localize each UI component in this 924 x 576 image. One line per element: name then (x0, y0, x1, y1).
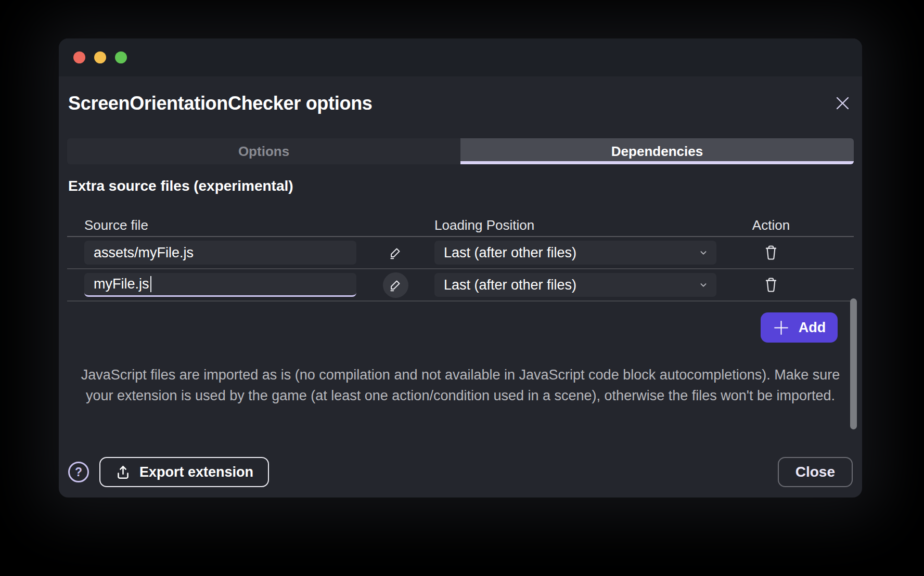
table-header-row: Source file Loading Position Action (67, 214, 854, 237)
loading-position-select[interactable]: Last (after other files) (434, 241, 716, 265)
dialog-body: ScreenOrientationChecker options Options… (59, 76, 862, 498)
edit-icon-wrap (388, 245, 403, 260)
source-files-table: Source file Loading Position Action (67, 214, 854, 302)
edit-icon-wrap (383, 272, 408, 298)
close-dialog-button[interactable] (831, 92, 854, 114)
dialog-window: ScreenOrientationChecker options Options… (59, 38, 862, 498)
source-file-input[interactable]: myFile.js (84, 273, 356, 297)
info-note: JavaScript files are imported as is (no … (76, 364, 845, 406)
section-heading: Extra source files (experimental) (67, 178, 854, 194)
close-traffic-light-icon[interactable] (73, 51, 85, 63)
tab-dependencies[interactable]: Dependencies (460, 138, 854, 164)
close-icon (835, 95, 851, 111)
tab-bar: Options Dependencies (67, 138, 854, 164)
trash-icon (763, 244, 779, 261)
column-header-source-file: Source file (84, 217, 356, 233)
upload-icon (115, 464, 131, 480)
footer: ? Export extension Close (67, 457, 854, 489)
column-header-action: Action (752, 217, 790, 233)
vertical-scrollbar[interactable] (850, 298, 857, 429)
traffic-lights (73, 51, 127, 63)
loading-position-select[interactable]: Last (after other files) (434, 273, 716, 297)
selected-option-label: Last (after other files) (444, 245, 576, 261)
edit-button[interactable] (388, 245, 403, 260)
pencil-icon (388, 278, 403, 292)
delete-row-button[interactable] (763, 277, 779, 293)
pencil-icon (388, 245, 403, 260)
table-row: Last (after other files) (67, 237, 854, 269)
add-button-label: Add (799, 320, 826, 336)
text-cursor (150, 276, 151, 292)
page-title: ScreenOrientationChecker options (67, 93, 373, 114)
add-button[interactable]: Add (761, 312, 838, 343)
question-mark-icon: ? (75, 465, 82, 479)
export-button-label: Export extension (139, 464, 253, 480)
tab-options[interactable]: Options (67, 138, 460, 164)
add-row: Add (67, 312, 854, 343)
column-header-loading-position: Loading Position (434, 217, 716, 233)
chevron-down-icon (699, 280, 708, 290)
dialog-header: ScreenOrientationChecker options (67, 92, 854, 114)
export-extension-button[interactable]: Export extension (99, 457, 269, 487)
source-file-input[interactable] (84, 241, 356, 265)
table-row: myFile.js Last (after other fil (67, 269, 854, 302)
help-button[interactable]: ? (68, 462, 89, 482)
selected-option-label: Last (after other files) (444, 277, 576, 293)
input-text: myFile.js (94, 276, 149, 292)
macos-titlebar (59, 38, 862, 76)
trash-icon (763, 277, 779, 293)
plus-icon (773, 319, 790, 336)
zoom-traffic-light-icon[interactable] (115, 51, 127, 63)
chevron-down-icon (699, 248, 708, 257)
edit-button[interactable] (383, 272, 408, 298)
minimize-traffic-light-icon[interactable] (94, 51, 106, 63)
close-button[interactable]: Close (778, 457, 853, 487)
delete-row-button[interactable] (763, 244, 779, 261)
